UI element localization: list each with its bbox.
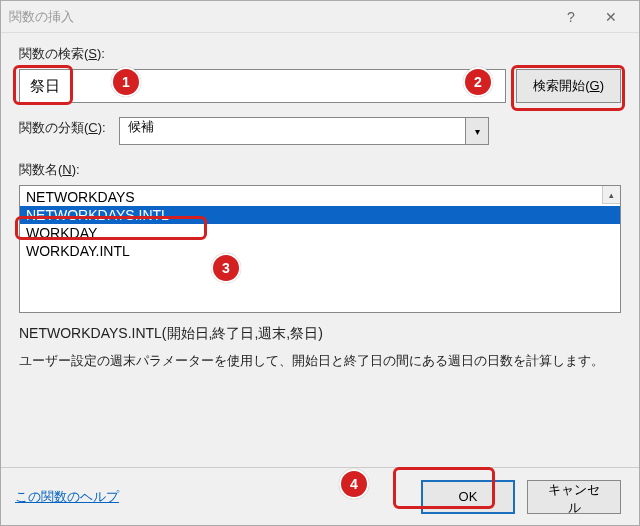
cat-label-pre: 関数の分類( <box>19 120 88 135</box>
go-label-pre: 検索開始( <box>533 78 589 93</box>
search-label-post: ): <box>97 46 105 61</box>
close-button[interactable]: ✕ <box>591 3 631 31</box>
insert-function-dialog: 関数の挿入 ? ✕ 関数の検索(S): 検索開始(G) 関数の分類(C): 候補… <box>0 0 640 526</box>
search-label-pre: 関数の検索( <box>19 46 88 61</box>
function-description: ユーザー設定の週末パラメーターを使用して、開始日と終了日の間にある週日の日数を計… <box>19 351 621 371</box>
cancel-button[interactable]: キャンセル <box>527 480 621 514</box>
function-name-label: 関数名(N): <box>19 161 621 179</box>
help-link[interactable]: この関数のヘルプ <box>15 488 119 506</box>
fn-label-post: ): <box>72 162 80 177</box>
go-label-key: G <box>590 78 600 93</box>
search-label: 関数の検索(S): <box>19 45 621 63</box>
ok-button[interactable]: OK <box>421 480 515 514</box>
function-listbox[interactable]: ▴ NETWORKDAYS NETWORKDAYS.INTL WORKDAY W… <box>19 185 621 313</box>
list-item[interactable]: WORKDAY <box>20 224 620 242</box>
window-title: 関数の挿入 <box>9 8 551 26</box>
scroll-up-icon[interactable]: ▴ <box>602 186 620 204</box>
list-item[interactable]: NETWORKDAYS <box>20 188 620 206</box>
dialog-footer: この関数のヘルプ OK キャンセル <box>1 467 639 525</box>
search-input[interactable] <box>19 69 506 103</box>
search-go-button[interactable]: 検索開始(G) <box>516 69 621 103</box>
list-item[interactable]: NETWORKDAYS.INTL <box>20 206 620 224</box>
search-label-key: S <box>88 46 97 61</box>
fn-label-key: N <box>62 162 71 177</box>
titlebar: 関数の挿入 ? ✕ <box>1 1 639 33</box>
function-list: NETWORKDAYS NETWORKDAYS.INTL WORKDAY WOR… <box>20 186 620 262</box>
cat-label-post: ): <box>98 120 106 135</box>
dialog-content: 関数の検索(S): 検索開始(G) 関数の分類(C): 候補 ▾ 関数名(N):… <box>1 33 639 383</box>
chevron-down-icon[interactable]: ▾ <box>465 117 489 145</box>
function-signature: NETWORKDAYS.INTL(開始日,終了日,週末,祭日) <box>19 325 621 343</box>
cat-label-key: C <box>88 120 97 135</box>
help-button[interactable]: ? <box>551 3 591 31</box>
category-dropdown[interactable]: 候補 ▾ <box>119 117 489 145</box>
fn-label-pre: 関数名( <box>19 162 62 177</box>
category-label: 関数の分類(C): <box>19 119 111 137</box>
category-selected: 候補 <box>119 117 465 145</box>
go-label-post: ) <box>600 78 604 93</box>
list-item[interactable]: WORKDAY.INTL <box>20 242 620 260</box>
